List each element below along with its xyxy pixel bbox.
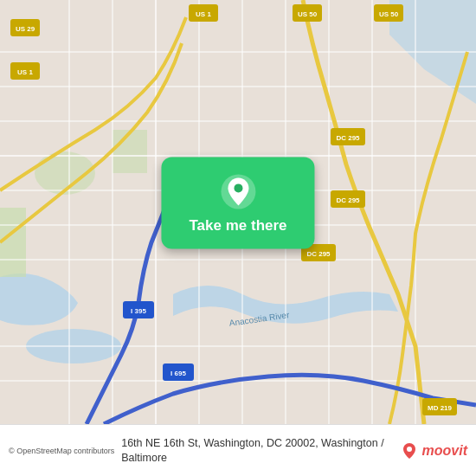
svg-point-47	[234, 183, 242, 192]
svg-point-48	[407, 447, 412, 452]
moovit-logo: moovit	[400, 441, 467, 460]
moovit-text: moovit	[422, 443, 467, 459]
svg-text:I 395: I 395	[131, 307, 146, 315]
svg-text:MD 219: MD 219	[428, 404, 453, 412]
map-container[interactable]: US 29 US 1 US 1 US 50 US 50 DC 295 DC 29…	[0, 0, 476, 424]
action-label: Take me there	[189, 217, 286, 235]
svg-text:US 50: US 50	[298, 10, 318, 18]
location-pin-icon	[219, 172, 257, 210]
svg-text:US 50: US 50	[379, 10, 399, 18]
take-me-there-button[interactable]: Take me there	[161, 157, 314, 248]
bottom-bar: © OpenStreetMap contributors 16th NE 16t…	[0, 424, 476, 476]
svg-text:DC 295: DC 295	[306, 250, 331, 258]
svg-text:I 695: I 695	[170, 370, 186, 377]
address-text: 16th NE 16th St, Washington, DC 20002, W…	[121, 436, 392, 465]
osm-credit: © OpenStreetMap contributors	[9, 447, 114, 455]
svg-text:US 1: US 1	[196, 10, 211, 18]
svg-text:DC 295: DC 295	[336, 134, 360, 142]
moovit-icon	[400, 441, 419, 460]
svg-rect-2	[0, 208, 26, 277]
svg-text:US 29: US 29	[16, 25, 35, 33]
svg-rect-3	[113, 130, 147, 173]
svg-text:DC 295: DC 295	[336, 196, 360, 204]
svg-text:US 1: US 1	[17, 68, 33, 76]
